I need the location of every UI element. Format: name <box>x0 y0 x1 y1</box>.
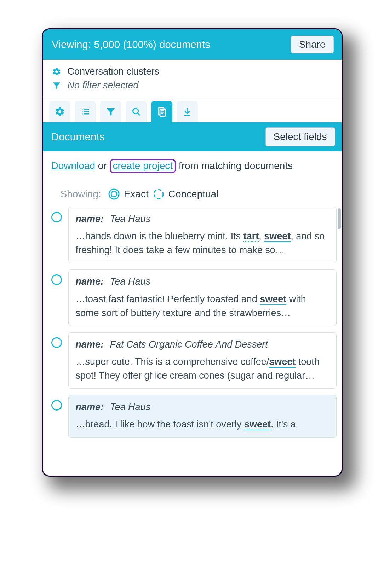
doc-snippet: …toast fast fantastic! Perfectly toasted… <box>76 292 329 320</box>
tool-documents[interactable] <box>151 101 172 122</box>
doc-name-label: name: <box>76 214 104 224</box>
document-card[interactable]: name: Tea Haus …bread. I like how the to… <box>68 395 337 437</box>
doc-name-value: Tea Haus <box>110 276 151 287</box>
tool-filter[interactable] <box>100 101 121 122</box>
viewing-status: Viewing: 5,000 (100%) documents <box>52 39 210 51</box>
doc-snippet: …bread. I like how the toast isn't overl… <box>76 418 329 431</box>
tool-list[interactable] <box>75 101 96 122</box>
document-icon <box>156 106 167 117</box>
scrollbar-thumb[interactable] <box>338 208 341 229</box>
document-select-radio[interactable] <box>51 212 62 222</box>
svg-line-1 <box>137 113 139 115</box>
share-button[interactable]: Share <box>291 36 334 53</box>
doc-name-value: Tea Haus <box>110 402 151 412</box>
document-select-radio[interactable] <box>51 274 62 285</box>
tool-download[interactable] <box>177 101 198 122</box>
toolbar <box>43 97 342 122</box>
showing-conceptual: Conceptual <box>168 188 219 200</box>
list-icon <box>80 106 91 117</box>
clusters-row[interactable]: Conversation clusters <box>52 65 332 78</box>
document-list: name: Tea Haus …hands down is the bluebe… <box>43 207 342 476</box>
document-row: name: Tea Haus …bread. I like how the to… <box>51 395 337 437</box>
document-card[interactable]: name: Tea Haus …hands down is the bluebe… <box>68 207 337 263</box>
tool-search[interactable] <box>126 101 147 122</box>
documents-title: Documents <box>51 131 105 143</box>
doc-name-label: name: <box>76 276 104 287</box>
match-keyword: sweet <box>260 294 286 305</box>
doc-name-label: name: <box>76 402 104 412</box>
showing-exact: Exact <box>124 188 149 200</box>
filter-icon <box>52 81 61 90</box>
create-project-highlight: create project <box>110 159 176 173</box>
document-select-radio[interactable] <box>51 337 62 348</box>
svg-point-8 <box>111 191 117 197</box>
svg-point-7 <box>109 189 119 199</box>
doc-snippet: …hands down is the blueberry mint. Its t… <box>76 229 329 257</box>
top-header: Viewing: 5,000 (100%) documents Share <box>43 29 342 60</box>
showing-label: Showing: <box>61 188 101 200</box>
doc-name-value: Tea Haus <box>110 214 151 224</box>
document-row: name: Fat Cats Organic Coffee And Desser… <box>51 332 337 389</box>
tool-settings[interactable] <box>49 101 70 122</box>
doc-snippet: …super cute. This is a comprehensive cof… <box>76 355 329 383</box>
create-project-link[interactable]: create project <box>113 160 173 171</box>
search-icon <box>131 106 142 117</box>
download-link[interactable]: Download <box>51 160 96 171</box>
document-row: name: Tea Haus …toast fast fantastic! Pe… <box>51 269 337 326</box>
gear-icon <box>55 106 65 117</box>
document-card[interactable]: name: Tea Haus …toast fast fantastic! Pe… <box>68 269 337 326</box>
document-card[interactable]: name: Fat Cats Organic Coffee And Desser… <box>68 332 337 389</box>
match-keyword: sweet <box>269 356 296 368</box>
svg-point-0 <box>133 109 138 114</box>
documents-panel: Viewing: 5,000 (100%) documents Share Co… <box>42 28 343 477</box>
match-keyword: sweet <box>264 231 291 242</box>
exact-ring-icon <box>108 188 120 200</box>
doc-name-label: name: <box>76 339 104 350</box>
action-or: or <box>95 160 109 171</box>
conceptual-ring-icon <box>152 188 165 200</box>
select-fields-button[interactable]: Select fields <box>265 127 335 146</box>
document-row: name: Tea Haus …hands down is the bluebe… <box>51 207 337 263</box>
showing-row: Showing: Exact Conceptual <box>43 181 342 207</box>
svg-point-9 <box>154 190 163 199</box>
clusters-label: Conversation clusters <box>68 66 160 77</box>
filter-icon <box>105 106 116 117</box>
no-filter-row[interactable]: No filter selected <box>52 78 332 92</box>
download-icon <box>182 106 193 117</box>
match-keyword: sweet <box>244 419 271 430</box>
action-line: Download or create project from matching… <box>43 151 342 181</box>
doc-name-value: Fat Cats Organic Coffee And Dessert <box>110 339 268 350</box>
gear-icon <box>52 67 61 76</box>
filter-info: Conversation clusters No filter selected <box>43 60 342 97</box>
match-keyword: tart <box>243 231 259 242</box>
action-suffix: from matching documents <box>176 160 293 171</box>
documents-bar: Documents Select fields <box>43 122 342 151</box>
document-select-radio[interactable] <box>51 400 62 411</box>
no-filter-label: No filter selected <box>68 80 139 91</box>
